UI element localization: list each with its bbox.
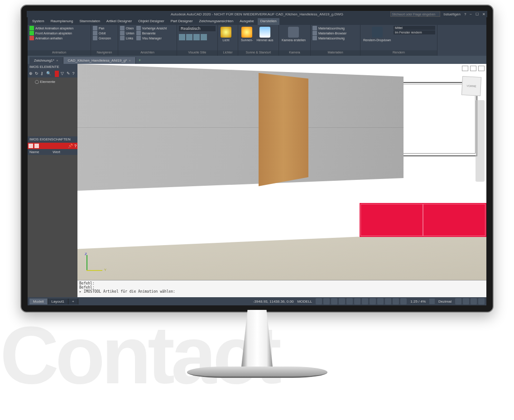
- grid-toggle-icon[interactable]: [316, 298, 322, 304]
- wrench-icon[interactable]: [34, 144, 39, 148]
- status-icon[interactable]: [463, 298, 469, 304]
- status-icon[interactable]: [455, 298, 461, 304]
- menu-darstellen[interactable]: Darstellen: [258, 18, 279, 25]
- search-icon[interactable]: 🔍: [46, 71, 51, 77]
- close-tab-icon[interactable]: ×: [56, 58, 58, 63]
- customize-icon[interactable]: [478, 298, 485, 304]
- btn-front-animation[interactable]: Front Animation abspielen: [29, 31, 73, 35]
- tree-node[interactable]: ◯ Elemente: [29, 79, 76, 84]
- new-tab-button[interactable]: +: [136, 57, 144, 64]
- btn-artikel-animation[interactable]: Artikel Animation abspielen: [29, 26, 73, 30]
- render-mode-dropdown[interactable]: Im Fenster rendern: [394, 30, 435, 34]
- status-icon[interactable]: [471, 298, 477, 304]
- funnel-icon[interactable]: ▽: [61, 71, 65, 77]
- qat-new-icon[interactable]: [35, 13, 38, 17]
- btn-pause-animation[interactable]: Animation anhalten: [29, 36, 73, 40]
- refresh-icon[interactable]: ↻: [35, 71, 39, 77]
- 3dosnap-toggle-icon[interactable]: [393, 298, 399, 304]
- btn-links[interactable]: Links: [120, 36, 135, 40]
- vstyle-icon[interactable]: [186, 34, 192, 40]
- render-quality-dropdown[interactable]: Mittel: [394, 26, 435, 30]
- btn-grenzen[interactable]: Grenzen: [93, 36, 111, 40]
- qat-redo-icon[interactable]: [57, 13, 60, 17]
- app-icon[interactable]: [29, 13, 33, 17]
- maximize-icon[interactable]: ☐: [476, 12, 479, 16]
- lw-toggle-icon[interactable]: [370, 298, 376, 304]
- tool-icon[interactable]: [29, 144, 33, 148]
- vstyle-icon[interactable]: [201, 34, 207, 40]
- btn-mat-zuordnung2[interactable]: Materialzuordnung: [312, 36, 346, 40]
- qat-open-icon[interactable]: [40, 13, 44, 17]
- btn-pan[interactable]: Pan: [93, 26, 111, 30]
- add-layout-button[interactable]: +: [68, 299, 78, 304]
- viewcube[interactable]: VORNE: [461, 76, 481, 96]
- visual-style-dropdown[interactable]: Realistisch: [179, 26, 216, 31]
- ucs-toggle-icon[interactable]: [400, 298, 407, 304]
- qat-undo-icon[interactable]: [51, 13, 55, 17]
- menu-part-designer[interactable]: Part Designer: [168, 18, 196, 25]
- file-tab[interactable]: CAD_Kitchen_Handleless_ANI19_g*×: [63, 57, 136, 64]
- scale-label[interactable]: 1:25 / 4%: [410, 299, 426, 304]
- snap-toggle-icon[interactable]: [323, 298, 330, 304]
- btn-orbit[interactable]: Orbit: [93, 31, 111, 35]
- cycle-toggle-icon[interactable]: [385, 298, 391, 304]
- menu-system[interactable]: System: [29, 18, 47, 25]
- btn-licht[interactable]: Licht: [220, 26, 232, 49]
- vstyle-icon[interactable]: [193, 34, 200, 40]
- polar-toggle-icon[interactable]: [339, 298, 345, 304]
- menu-zeichnungsansichten[interactable]: Zeichnungsansichten: [197, 18, 236, 25]
- command-line[interactable]: Befehl: Befehl: ▸ IMOSTOOL Artikel für d…: [77, 280, 486, 297]
- ortho-toggle-icon[interactable]: [331, 298, 337, 304]
- units-label[interactable]: Dezimal: [438, 299, 452, 304]
- btn-prev-view[interactable]: Vorherige Ansicht: [136, 26, 167, 30]
- maximize-vp-icon[interactable]: [470, 66, 476, 71]
- navigation-bar[interactable]: [476, 100, 485, 182]
- btn-mat-browser[interactable]: Materialien-Browser: [312, 31, 346, 35]
- btn-render[interactable]: Rendern-Dropdown: [362, 26, 392, 49]
- btn-mat-zuordnung[interactable]: Materialzuordnung: [312, 26, 346, 30]
- close-icon[interactable]: ✕: [482, 12, 485, 16]
- otrack-toggle-icon[interactable]: [354, 298, 360, 304]
- model-label[interactable]: MODELL: [297, 299, 312, 304]
- 3d-viewport[interactable]: VORNE ZY: [77, 64, 486, 280]
- btn-oben[interactable]: Oben: [120, 26, 135, 30]
- ucs-icon[interactable]: ZY: [86, 253, 105, 271]
- element-tree[interactable]: ◯ Elemente: [28, 77, 77, 136]
- globe-icon[interactable]: ⊕: [29, 71, 33, 77]
- dyn-toggle-icon[interactable]: [362, 298, 368, 304]
- file-tab[interactable]: Zeichnung1*×: [29, 57, 63, 64]
- close-tab-icon[interactable]: ×: [129, 58, 131, 63]
- menu-ausgabe[interactable]: Ausgabe: [237, 18, 257, 25]
- btn-visu-mgr[interactable]: Visu Manager: [136, 36, 167, 40]
- btn-kamera[interactable]: Kamera erstellen: [281, 26, 307, 49]
- qat-share-icon[interactable]: [62, 13, 67, 17]
- btn-himmel[interactable]: Himmel aus: [255, 26, 274, 49]
- minimize-icon[interactable]: −: [470, 12, 472, 16]
- user-label[interactable]: bstuettgen: [444, 12, 461, 16]
- close-vp-icon[interactable]: [478, 66, 485, 71]
- help-icon[interactable]: ?: [464, 12, 466, 16]
- menu-artikel-designer[interactable]: Artikel Designer: [104, 18, 135, 25]
- cmd-prompt[interactable]: ▸ IMOSTOOL Artikel für die Animation wäh…: [79, 290, 485, 294]
- vstyle-icon[interactable]: [179, 34, 185, 40]
- gear-icon[interactable]: [429, 299, 435, 304]
- menu-objekt-designer[interactable]: Objekt Designer: [135, 18, 167, 25]
- help-icon[interactable]: ?: [72, 71, 77, 77]
- trans-toggle-icon[interactable]: [377, 298, 384, 304]
- menu-raumplanung[interactable]: Raumplanung: [48, 18, 76, 25]
- osnap-toggle-icon[interactable]: [346, 298, 353, 304]
- search-input[interactable]: Stichwort oder Frage eingeben: [390, 11, 440, 17]
- btn-sonnen[interactable]: Sonnen-: [240, 26, 254, 49]
- wrench-icon[interactable]: ✎: [67, 71, 71, 77]
- btn-named[interactable]: Benannte: [136, 31, 167, 35]
- minimize-vp-icon[interactable]: [462, 66, 468, 71]
- btn-unten[interactable]: Unten: [120, 31, 135, 35]
- qat-save-icon[interactable]: [46, 13, 49, 17]
- help-icon[interactable]: ?: [74, 144, 77, 148]
- pin-icon[interactable]: 📌: [68, 144, 73, 148]
- tool-icon[interactable]: [55, 71, 59, 77]
- model-tab[interactable]: Modell: [29, 299, 48, 304]
- layout-tab[interactable]: Layout1: [48, 299, 68, 304]
- menu-stammdaten[interactable]: Stammdaten: [77, 18, 102, 25]
- filter-icon[interactable]: ⚷: [40, 71, 44, 77]
